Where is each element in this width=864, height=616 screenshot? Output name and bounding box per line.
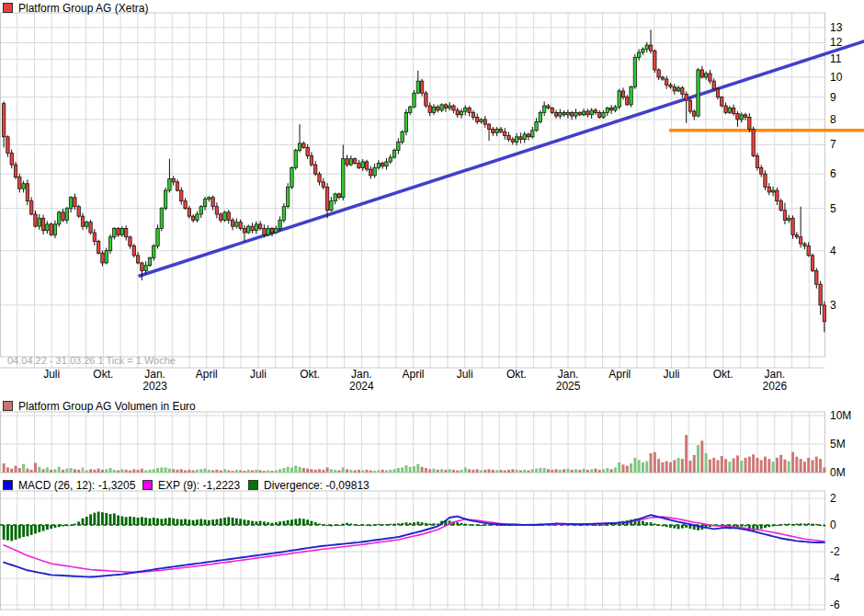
price-axis-tick: 11 xyxy=(830,52,842,65)
macd-panel: 20-2-4-6 xyxy=(0,491,840,611)
x-axis-label: April xyxy=(196,368,218,381)
x-axis-label: Juli xyxy=(43,368,60,381)
exp-swatch-icon xyxy=(142,480,153,490)
price-axis-tick: 7 xyxy=(830,138,836,151)
price-axis-tick: 3 xyxy=(830,299,836,312)
volume-swatch-icon xyxy=(3,401,13,411)
macd-axis-tick: 0 xyxy=(830,519,836,531)
price-panel: 345678910111213JuliOkt.Jan.2023AprilJuli… xyxy=(0,13,864,393)
divergence-value-label: Divergence: -0,09813 xyxy=(264,479,369,492)
macd-value-label: MACD (26, 12): -1,3205 xyxy=(18,479,135,492)
x-axis-label: Jan. xyxy=(144,368,165,381)
x-axis-label: Jan. xyxy=(351,368,372,381)
instrument-swatch-icon xyxy=(3,3,13,13)
x-axis-year-label: 2023 xyxy=(142,380,167,393)
x-axis-label: April xyxy=(403,368,425,381)
macd-axis-tick: -6 xyxy=(830,599,840,611)
exp-value-label: EXP (9): -1,2223 xyxy=(158,479,240,492)
volume-panel: 10M5M0M xyxy=(0,409,851,479)
x-axis-label: Juli xyxy=(457,368,473,381)
x-axis-label: April xyxy=(608,368,631,381)
instrument-title: Platform Group AG (Xetra) xyxy=(18,2,148,15)
x-axis-label: Juli xyxy=(663,368,679,381)
macd-swatch-icon xyxy=(3,480,13,490)
price-axis-tick: 8 xyxy=(830,113,836,126)
price-axis-tick: 10 xyxy=(830,71,843,84)
volume-legend: Platform Group AG Volumen in Euro xyxy=(3,400,196,412)
x-axis-label: Jan. xyxy=(765,368,786,381)
x-axis-label: Okt. xyxy=(93,368,113,381)
chart-canvas: 345678910111213JuliOkt.Jan.2023AprilJuli… xyxy=(0,0,864,616)
x-axis-label: Jan. xyxy=(558,368,579,381)
macd-axis-tick: -4 xyxy=(830,572,840,585)
price-legend: Platform Group AG (Xetra) xyxy=(3,2,148,14)
macd-legend-exp: EXP (9): -1,2223 xyxy=(142,479,240,491)
volume-title: Platform Group AG Volumen in Euro xyxy=(18,400,196,413)
x-axis-year-label: 2024 xyxy=(349,380,374,393)
macd-legend-macd: MACD (26, 12): -1,3205 xyxy=(3,479,135,491)
range-info-text: 04.04.22 - 31.03.26 1 Tick = 1 Woche xyxy=(7,355,176,366)
stock-chart-app: { "header": { "title": "Platform Group A… xyxy=(0,0,864,616)
macd-legend-divergence: Divergence: -0,09813 xyxy=(248,479,369,491)
volume-axis-tick: 10M xyxy=(830,409,851,422)
volume-axis-tick: 5M xyxy=(830,438,846,451)
macd-axis-tick: -2 xyxy=(830,545,840,558)
price-axis-tick: 6 xyxy=(830,167,836,180)
price-axis-tick: 12 xyxy=(830,36,843,49)
volume-axis-tick: 0M xyxy=(830,466,846,479)
x-axis-label: Juli xyxy=(250,368,267,381)
price-axis-tick: 9 xyxy=(830,91,836,104)
price-axis-tick: 13 xyxy=(830,21,843,34)
macd-axis-tick: 2 xyxy=(830,492,836,505)
price-axis-tick: 5 xyxy=(830,202,836,215)
divergence-swatch-icon xyxy=(248,480,258,490)
x-axis-label: Okt. xyxy=(713,368,733,381)
x-axis-label: Okt. xyxy=(506,368,527,381)
x-axis-label: Okt. xyxy=(300,368,320,381)
price-axis-tick: 4 xyxy=(830,245,836,257)
x-axis-year-label: 2025 xyxy=(556,380,581,393)
x-axis-year-label: 2026 xyxy=(762,380,787,393)
